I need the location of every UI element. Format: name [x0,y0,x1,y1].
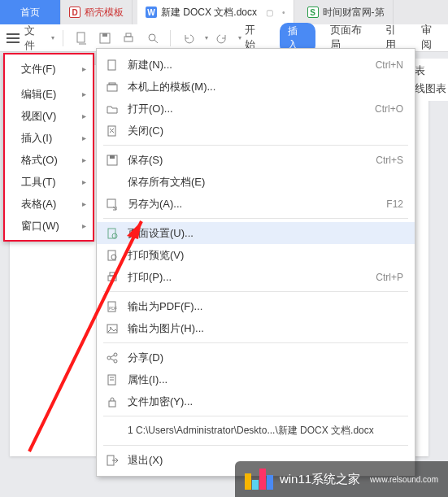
svg-rect-8 [108,60,115,70]
menu-window[interactable]: 窗口(W)▸ [5,215,93,237]
chevron-right-icon: ▸ [82,133,86,142]
svg-rect-16 [107,199,115,207]
screen-mode-icon[interactable]: ▢ [266,8,273,17]
print-icon [105,270,120,285]
tab-document[interactable]: W 新建 DOCX 文档.docx ▢ • [137,0,294,24]
word-doc-icon: W [146,7,157,18]
submenu-saveas[interactable]: 另存为(A)...F12 [97,193,415,215]
chevron-right-icon: ▸ [82,111,86,120]
submenu-template[interactable]: 本机上的模板(M)... [97,76,415,98]
svg-point-18 [112,233,117,238]
redo-button[interactable] [213,28,232,48]
props-icon [105,373,120,387]
svg-rect-9 [107,85,117,91]
svg-point-27 [107,356,111,360]
submenu-print[interactable]: 打印(P)...Ctrl+P [97,266,415,288]
svg-line-31 [111,359,114,360]
watermark: win11系统之家 www.relsound.com [235,461,448,497]
svg-text:PDF: PDF [109,306,117,311]
submenu-preview[interactable]: 打印预览(V) [97,244,415,266]
svg-rect-35 [109,401,115,407]
menu-insert[interactable]: 插入(I)▸ [5,127,93,149]
top-menu-panel: 文件(F)▸ 编辑(E)▸ 视图(V)▸ 插入(I)▸ 格式(O)▸ 工具(T)… [3,53,94,242]
menu-file[interactable]: 文件(F)▸ [5,58,93,80]
chevron-right-icon: ▸ [82,177,86,186]
watermark-logo-icon [245,469,273,490]
submenu-saveall[interactable]: 保存所有文档(E) [97,171,415,193]
saveas-icon [105,197,120,211]
tab-template[interactable]: D 稻壳模板 [61,0,133,24]
submenu-save[interactable]: 保存(S)Ctrl+S [97,149,415,171]
save-icon [105,153,120,168]
submenu-open[interactable]: 打开(O)...Ctrl+O [97,98,415,120]
close-file-icon [105,124,120,138]
svg-rect-22 [110,272,115,276]
print-button[interactable] [120,28,138,48]
blank-icon [105,175,120,190]
sheet-icon: S [307,7,319,18]
svg-point-28 [114,353,117,356]
chevron-right-icon: ▸ [82,64,86,73]
save-button[interactable] [95,28,114,48]
tab-home[interactable]: 首页 [0,0,61,24]
file-menu-caret-icon[interactable]: ▾ [51,34,54,41]
svg-line-30 [111,355,114,357]
redo-caret-icon[interactable]: ▾ [238,34,241,41]
svg-point-29 [114,360,117,363]
tab-extra-label: 时间财富网-第 [323,6,385,20]
menu-table[interactable]: 表格(A)▸ [5,193,93,215]
preview-button[interactable] [143,28,162,48]
submenu-exportimg[interactable]: 输出为图片(H)... [97,317,415,339]
submenu-exportpdf[interactable]: PDF输出为PDF(F)... [97,295,415,317]
submenu-new[interactable]: 新建(N)...Ctrl+N [97,54,415,76]
blank-icon [105,424,120,438]
preview-icon [105,248,120,263]
ribbon-review[interactable]: 审阅 [421,23,441,54]
tab-extra[interactable]: S 时间财富网-第 [299,0,394,24]
template-icon: D [69,7,80,18]
svg-rect-3 [102,33,107,37]
watermark-sub: www.relsound.com [370,475,438,484]
pagesetup-icon [105,226,120,241]
menu-edit[interactable]: 编辑(E)▸ [5,83,93,105]
svg-rect-0 [77,33,85,42]
svg-rect-4 [124,37,133,41]
tab-home-label: 首页 [20,6,40,20]
undo-button[interactable] [179,28,198,48]
new-doc-button[interactable] [72,28,90,48]
new-icon [105,58,120,72]
tab-document-label: 新建 DOCX 文档.docx [161,6,257,20]
share-icon [105,351,120,365]
tab-template-label: 稻壳模板 [85,6,124,20]
submenu-pagesetup[interactable]: 页面设置(U)... [97,222,415,244]
menu-format[interactable]: 格式(O)▸ [5,149,93,171]
svg-rect-15 [110,155,115,159]
svg-rect-10 [109,83,115,85]
submenu-close[interactable]: 关闭(C) [97,120,415,142]
tab-more-icon[interactable]: • [282,8,285,17]
watermark-title: win11系统之家 [280,472,360,487]
submenu-encrypt[interactable]: 文件加密(Y)... [97,390,415,412]
svg-line-7 [154,40,158,43]
undo-caret-icon[interactable]: ▾ [205,34,208,41]
submenu-share[interactable]: 分享(D) [97,347,415,368]
open-icon [105,102,120,116]
exit-icon [105,453,120,468]
submenu-props[interactable]: 属性(I)... [97,368,415,390]
menu-view[interactable]: 视图(V)▸ [5,105,93,127]
file-menu-label[interactable]: 文件 [24,24,45,53]
pdf-icon: PDF [105,299,120,314]
lock-icon [105,395,120,409]
menu-icon[interactable] [7,33,20,43]
image-icon [105,321,120,336]
submenu-recent-1[interactable]: 1 C:\Users\Administrator\Deskto...\新建 DO… [97,420,415,442]
chevron-right-icon: ▸ [82,221,86,230]
chevron-right-icon: ▸ [82,155,86,164]
svg-point-6 [149,34,155,41]
template-file-icon [105,80,120,94]
side-panel-hint: 表 线图表 [413,59,448,101]
chevron-right-icon: ▸ [82,199,86,208]
menu-tool[interactable]: 工具(T)▸ [5,171,93,193]
chevron-right-icon: ▸ [82,89,86,98]
file-submenu-panel: 新建(N)...Ctrl+N 本机上的模板(M)... 打开(O)...Ctrl… [96,48,415,477]
